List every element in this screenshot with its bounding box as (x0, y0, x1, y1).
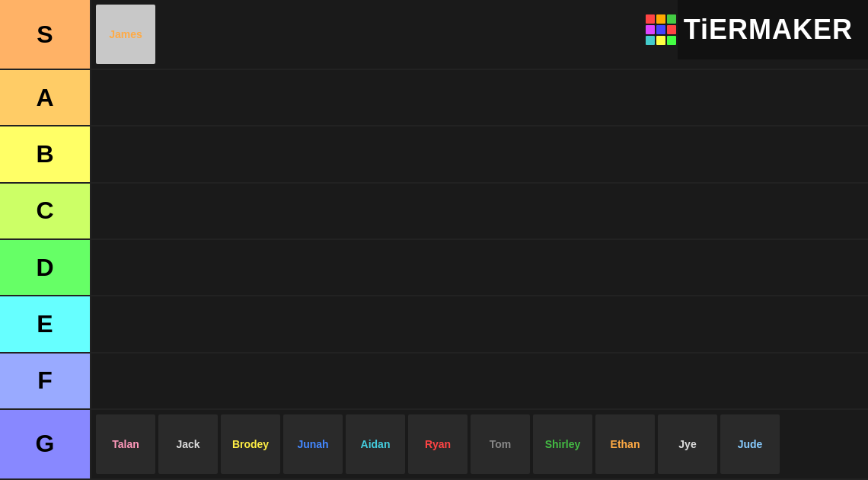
tier-row-s: S James TiERMAKER (0, 0, 868, 70)
logo-pixel (667, 36, 676, 45)
tier-label-d: D (0, 240, 91, 295)
tier-content-a (91, 70, 868, 125)
tier-content-g: Talan Jack Brodey Junah Aidan Ryan Tom S… (91, 410, 868, 478)
tier-item-jack[interactable]: Jack (158, 414, 218, 474)
tier-row-b: B (0, 126, 868, 183)
tier-item-ryan[interactable]: Ryan (408, 414, 468, 474)
tier-content-e (91, 296, 868, 351)
tier-item-brodey[interactable]: Brodey (221, 414, 280, 474)
logo-pixel (656, 25, 665, 34)
tier-row-d: D (0, 240, 868, 296)
tier-label-b: B (0, 126, 91, 181)
tier-item-james[interactable]: James (96, 5, 155, 64)
tier-item-tom[interactable]: Tom (471, 414, 530, 474)
tier-row-e: E (0, 296, 868, 353)
tier-row-f: F (0, 354, 868, 410)
tier-item-jye[interactable]: Jye (658, 414, 717, 474)
tier-label-f: F (0, 354, 91, 408)
tier-item-talan[interactable]: Talan (96, 414, 155, 474)
logo-area: TiERMAKER (678, 0, 868, 59)
tier-row-c: C (0, 184, 868, 240)
tier-label-g: G (0, 410, 91, 478)
tier-item-shirley[interactable]: Shirley (533, 414, 592, 474)
tier-label-c: C (0, 184, 91, 238)
logo-pixel (656, 14, 665, 24)
tier-row-a: A (0, 70, 868, 126)
logo-pixel (656, 36, 665, 45)
tier-content-d (91, 240, 868, 295)
tier-item-jude[interactable]: Jude (720, 414, 780, 474)
tier-label-s: S (0, 0, 91, 69)
logo-pixel (646, 36, 655, 45)
logo-icon (646, 14, 676, 45)
logo-text: TiERMAKER (684, 14, 853, 46)
tier-label-e: E (0, 296, 91, 351)
tier-content-c (91, 184, 868, 238)
tier-content-f (91, 354, 868, 408)
tier-item-ethan[interactable]: Ethan (595, 414, 655, 474)
logo-pixel (667, 25, 676, 34)
logo-pixel (646, 25, 655, 34)
logo-pixel (667, 14, 676, 24)
tier-row-g: G Talan Jack Brodey Junah Aidan Ryan Tom (0, 410, 868, 480)
logo-pixel (646, 14, 655, 24)
tier-content-b (91, 126, 868, 181)
tier-table: S James TiERMAKER (0, 0, 868, 480)
tier-label-a: A (0, 70, 91, 125)
tier-item-aidan[interactable]: Aidan (346, 414, 405, 474)
tier-item-junah[interactable]: Junah (283, 414, 343, 474)
